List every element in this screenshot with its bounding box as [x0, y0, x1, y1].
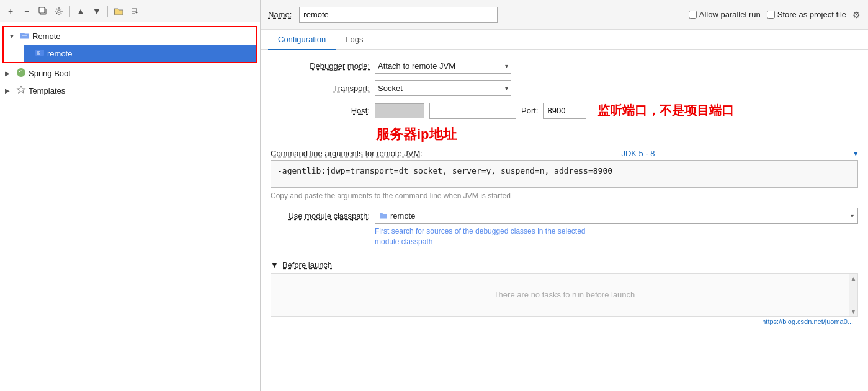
settings-button[interactable]	[52, 4, 66, 18]
templates-arrow: ▶	[5, 87, 14, 94]
remote-group-label: Remote	[32, 32, 61, 41]
down-button[interactable]: ▼	[90, 4, 104, 18]
remote-children: remote	[4, 45, 256, 62]
up-button[interactable]: ▲	[74, 4, 87, 18]
remote-folder-icon	[20, 31, 30, 42]
springboot-arrow: ▶	[5, 70, 14, 77]
scroll-up-arrow[interactable]: ▲	[851, 275, 857, 282]
port-label: Port:	[521, 106, 538, 115]
allow-parallel-checkbox[interactable]	[689, 11, 697, 19]
remote-config-icon	[35, 48, 45, 59]
gear-button[interactable]: ⚙	[852, 10, 861, 20]
module-hint: First search for sources of the debugged…	[375, 226, 858, 247]
tab-configuration[interactable]: Configuration	[268, 30, 336, 50]
module-select[interactable]: remote ▾	[375, 208, 858, 224]
folder-button[interactable]	[112, 4, 125, 18]
annotation-host: 服务器ip地址	[376, 125, 457, 144]
annotation-host-row: 服务器ip地址	[271, 125, 858, 144]
config-panel: Debugger mode: Attach to remote JVM ▾ Tr…	[261, 50, 868, 391]
before-launch-empty: There are no tasks to run before launch	[494, 290, 635, 299]
port-input[interactable]	[543, 103, 586, 119]
transport-value: Socket	[378, 84, 403, 93]
scroll-down-arrow[interactable]: ▼	[851, 308, 857, 315]
jdk-arrow[interactable]: ▾	[854, 149, 858, 158]
springboot-label: Spring Boot	[29, 69, 71, 78]
tab-logs[interactable]: Logs	[336, 30, 373, 50]
svg-rect-3	[22, 35, 27, 36]
cmdline-label: Command line arguments for remote JVM:	[271, 149, 423, 158]
cmdline-box: -agentlib:jdwp=transport=dt_socket, serv…	[271, 160, 858, 188]
host-label: Host:	[271, 106, 370, 115]
debugger-mode-arrow: ▾	[505, 63, 508, 69]
remote-group: ▼ Remote	[2, 26, 257, 63]
add-button[interactable]: +	[4, 4, 17, 18]
module-value: remote	[390, 211, 415, 221]
left-panel: + − ▲ ▼	[0, 0, 261, 391]
svg-point-2	[58, 10, 60, 12]
right-header: Name: Allow parallel run Store as projec…	[261, 0, 868, 30]
cmdline-header: Command line arguments for remote JVM: J…	[271, 149, 858, 158]
host-blurred	[375, 103, 424, 118]
module-folder-icon	[379, 212, 388, 219]
transport-label: Transport:	[271, 84, 370, 93]
remove-button[interactable]: −	[20, 4, 34, 18]
before-launch-label: Before launch	[282, 260, 332, 270]
debugger-mode-row: Debugger mode: Attach to remote JVM ▾	[271, 58, 858, 74]
store-project-checkbox[interactable]	[767, 11, 775, 19]
templates-label: Templates	[29, 86, 65, 95]
debugger-mode-label: Debugger mode:	[271, 61, 370, 71]
annotation-port: 监听端口，不是项目端口	[597, 102, 734, 119]
transport-row: Transport: Socket ▾	[271, 80, 858, 96]
transport-arrow: ▾	[505, 85, 508, 92]
svg-rect-1	[39, 7, 45, 13]
transport-select[interactable]: Socket ▾	[375, 80, 511, 96]
jdk-link[interactable]: JDK 5 - 8	[621, 149, 655, 158]
remote-child-label: remote	[47, 49, 72, 58]
name-input[interactable]	[299, 7, 498, 23]
module-arrow: ▾	[851, 213, 854, 219]
copy-button[interactable]	[36, 4, 50, 18]
remote-group-arrow: ▼	[9, 33, 17, 40]
module-row: Use module classpath: remote ▾	[271, 208, 858, 224]
svg-point-5	[17, 68, 25, 77]
allow-parallel-wrapper[interactable]: Allow parallel run	[689, 10, 761, 19]
before-launch-box: There are no tasks to run before launch …	[271, 273, 858, 317]
springboot-icon	[16, 68, 26, 79]
cmdline-value: -agentlib:jdwp=transport=dt_socket, serv…	[277, 166, 612, 175]
watermark-text: https://blog.csdn.net/juoma0...	[762, 318, 853, 325]
before-launch-scrollbar: ▲ ▼	[849, 274, 857, 316]
templates-icon	[16, 85, 26, 97]
module-hint-line1: First search for sources of the debugged…	[375, 226, 858, 237]
store-project-label: Store as project file	[777, 10, 846, 19]
cmdline-section: Command line arguments for remote JVM: J…	[271, 149, 858, 200]
tabs-bar: Configuration Logs	[261, 30, 868, 50]
header-right: Allow parallel run Store as project file…	[689, 10, 861, 20]
section-divider	[271, 255, 858, 255]
module-label: Use module classpath:	[271, 211, 370, 221]
tree-item-springboot[interactable]: ▶ Spring Boot	[0, 64, 260, 82]
tree-area: ▼ Remote	[0, 22, 260, 391]
name-label: Name:	[268, 10, 292, 19]
host-port-row: Host: Port: 监听端口，不是项目端口	[271, 102, 858, 119]
allow-parallel-label: Allow parallel run	[699, 10, 761, 19]
watermark: https://blog.csdn.net/juoma0...	[271, 317, 858, 327]
before-launch-header[interactable]: ▼ Before launch	[271, 260, 858, 270]
debugger-mode-select[interactable]: Attach to remote JVM ▾	[375, 58, 511, 74]
store-project-wrapper[interactable]: Store as project file	[767, 10, 846, 19]
tree-item-templates[interactable]: ▶ Templates	[0, 82, 260, 99]
debugger-mode-value: Attach to remote JVM	[378, 61, 455, 71]
before-launch-collapse-arrow: ▼	[271, 260, 279, 270]
module-hint-line2: module classpath	[375, 237, 858, 247]
cmdline-hint: Copy and paste the arguments to the comm…	[271, 191, 858, 200]
tree-item-remote[interactable]: remote	[24, 45, 256, 62]
right-panel: Name: Allow parallel run Store as projec…	[261, 0, 868, 391]
host-input[interactable]	[429, 103, 516, 119]
sort-button[interactable]	[128, 4, 141, 18]
toolbar: + − ▲ ▼	[0, 0, 260, 22]
tree-item-remote-group[interactable]: ▼ Remote	[4, 27, 256, 45]
